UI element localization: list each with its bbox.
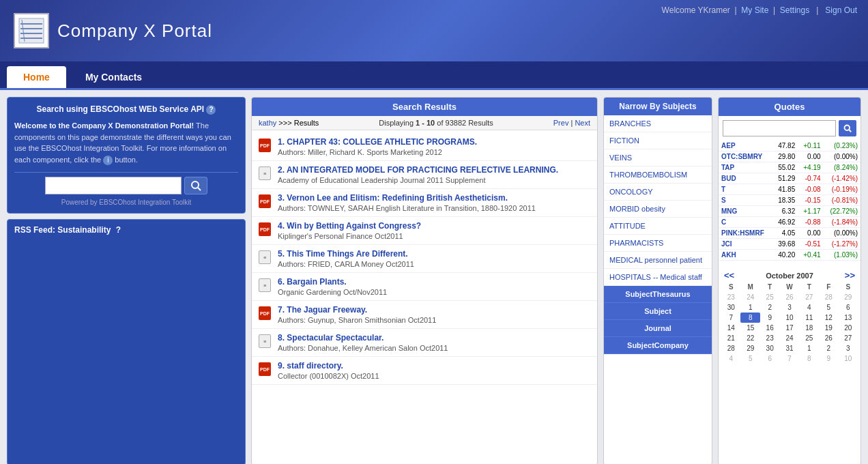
narrow-subject-link[interactable]: ATTITUDE: [609, 222, 646, 230]
search-button[interactable]: [184, 177, 207, 194]
narrow-subject-item[interactable]: MEDICAL personnel patient: [604, 252, 712, 269]
quote-symbol[interactable]: TAP: [719, 162, 772, 173]
cal-day[interactable]: 9: [760, 313, 779, 323]
cal-day[interactable]: 10: [779, 313, 799, 323]
cal-day[interactable]: 3: [839, 343, 858, 353]
cal-day[interactable]: 17: [779, 323, 799, 333]
narrow-button[interactable]: Journal: [604, 320, 712, 337]
quote-symbol[interactable]: MNG: [719, 206, 772, 217]
cal-day[interactable]: 7: [721, 313, 740, 323]
cal-day[interactable]: 4: [800, 302, 819, 313]
quote-symbol[interactable]: OTC:SBMRY: [719, 151, 772, 162]
cal-day[interactable]: 20: [839, 323, 858, 333]
cal-day[interactable]: 18: [800, 323, 819, 333]
result-title-link[interactable]: 7. The Jaguar Freeway.: [278, 305, 367, 315]
cal-day[interactable]: 11: [800, 313, 819, 323]
quote-symbol[interactable]: PINK:HSMRF: [719, 228, 772, 239]
search-help-icon[interactable]: ?: [206, 105, 216, 115]
cal-day[interactable]: 24: [779, 333, 799, 343]
narrow-subject-item[interactable]: BRANCHES: [604, 115, 712, 132]
cal-next[interactable]: >>: [845, 270, 855, 280]
narrow-subject-link[interactable]: FICTION: [609, 136, 639, 145]
quote-symbol[interactable]: AKH: [719, 250, 772, 261]
rss-scroll[interactable]: [14, 239, 238, 389]
narrow-subject-item[interactable]: ATTITUDE: [604, 218, 712, 235]
cal-day[interactable]: 29: [839, 292, 858, 302]
prev-link[interactable]: Prev: [553, 119, 569, 127]
cal-day[interactable]: 14: [721, 323, 740, 333]
narrow-subject-link[interactable]: THROMBOEMBOLISM: [609, 171, 687, 179]
cal-day[interactable]: 26: [779, 292, 799, 302]
narrow-subject-link[interactable]: VEINS: [609, 154, 632, 162]
narrow-subject-link[interactable]: MEDICAL personnel patient: [609, 256, 702, 264]
cal-day[interactable]: 6: [839, 302, 858, 313]
cal-day[interactable]: 27: [800, 292, 819, 302]
cal-day[interactable]: 19: [819, 323, 838, 333]
narrow-subject-link[interactable]: HOSPITALS -- Medical staff: [609, 273, 702, 281]
result-title-link[interactable]: 4. Win by Betting Against Congress?: [278, 221, 421, 231]
cal-day[interactable]: 25: [800, 333, 819, 343]
quote-symbol[interactable]: AEP: [719, 141, 772, 151]
cal-day[interactable]: 28: [721, 343, 740, 353]
narrow-subject-link[interactable]: MORBID obesity: [609, 205, 665, 213]
narrow-subject-link[interactable]: ONCOLOGY: [609, 188, 653, 196]
narrow-subject-item[interactable]: FICTION: [604, 132, 712, 149]
my-site-link[interactable]: My Site: [741, 5, 768, 15]
narrow-subject-item[interactable]: HOSPITALS -- Medical staff: [604, 269, 712, 286]
narrow-subject-link[interactable]: PHARMACISTS: [609, 239, 663, 247]
result-title-link[interactable]: 1. CHAPTER 43: COLLEGE ATHLETIC PROGRAMS…: [278, 137, 477, 147]
narrow-button[interactable]: SubjectThesaurus: [604, 286, 712, 303]
search-input[interactable]: [45, 177, 182, 194]
tab-my-contacts[interactable]: My Contacts: [69, 66, 158, 88]
quote-symbol[interactable]: S: [719, 195, 772, 206]
cal-day[interactable]: 5: [740, 353, 760, 364]
cal-day[interactable]: 1: [740, 302, 760, 313]
rss-help-icon[interactable]: ?: [116, 225, 121, 235]
cal-day[interactable]: 7: [779, 353, 799, 364]
cal-day[interactable]: 16: [760, 323, 779, 333]
sign-out-link[interactable]: Sign Out: [825, 5, 857, 15]
narrow-subject-item[interactable]: THROMBOEMBOLISM: [604, 166, 712, 184]
result-title-link[interactable]: 3. Vernon Lee and Elitism: Redefining Br…: [278, 193, 508, 203]
cal-day[interactable]: 2: [819, 343, 838, 353]
breadcrumb-link[interactable]: kathy: [259, 119, 276, 127]
cal-day[interactable]: 9: [819, 353, 838, 364]
cal-day[interactable]: 13: [839, 313, 858, 323]
cal-day[interactable]: 23: [721, 292, 740, 302]
cal-day[interactable]: 30: [760, 343, 779, 353]
cal-day[interactable]: 22: [740, 333, 760, 343]
narrow-subject-item[interactable]: ONCOLOGY: [604, 184, 712, 201]
cal-day[interactable]: 30: [721, 302, 740, 313]
result-title-link[interactable]: 2. AN INTEGRATED MODEL FOR PRACTICING RE…: [278, 165, 558, 175]
quote-symbol[interactable]: T: [719, 184, 772, 195]
settings-link[interactable]: Settings: [780, 5, 809, 15]
narrow-subject-item[interactable]: PHARMACISTS: [604, 235, 712, 252]
quote-symbol[interactable]: JCI: [719, 239, 772, 250]
cal-day[interactable]: 12: [819, 313, 838, 323]
cal-day[interactable]: 27: [839, 333, 858, 343]
quotes-search-button[interactable]: [839, 120, 856, 136]
cal-prev[interactable]: <<: [724, 270, 734, 280]
quote-symbol[interactable]: BUD: [719, 173, 772, 184]
info-icon[interactable]: i: [103, 156, 113, 165]
cal-day[interactable]: 8: [740, 313, 760, 323]
result-title-link[interactable]: 5. This Time Things Are Different.: [278, 249, 408, 259]
result-title-link[interactable]: 6. Bargain Plants.: [278, 277, 347, 287]
result-title-link[interactable]: 8. Spectacular Spectacular.: [278, 333, 384, 343]
cal-day[interactable]: 23: [760, 333, 779, 343]
narrow-subject-link[interactable]: BRANCHES: [609, 119, 651, 128]
cal-day[interactable]: 21: [721, 333, 740, 343]
tab-home[interactable]: Home: [7, 66, 66, 88]
narrow-button[interactable]: Subject: [604, 303, 712, 320]
cal-day[interactable]: 2: [760, 302, 779, 313]
cal-day[interactable]: 24: [740, 292, 760, 302]
cal-day[interactable]: 5: [819, 302, 838, 313]
cal-day[interactable]: 26: [819, 333, 838, 343]
cal-day[interactable]: 15: [740, 323, 760, 333]
cal-day[interactable]: 29: [740, 343, 760, 353]
cal-day[interactable]: 1: [800, 343, 819, 353]
narrow-subject-item[interactable]: VEINS: [604, 149, 712, 166]
cal-day[interactable]: 8: [800, 353, 819, 364]
result-title-link[interactable]: 9. staff directory.: [278, 361, 343, 371]
cal-day[interactable]: 4: [721, 353, 740, 364]
